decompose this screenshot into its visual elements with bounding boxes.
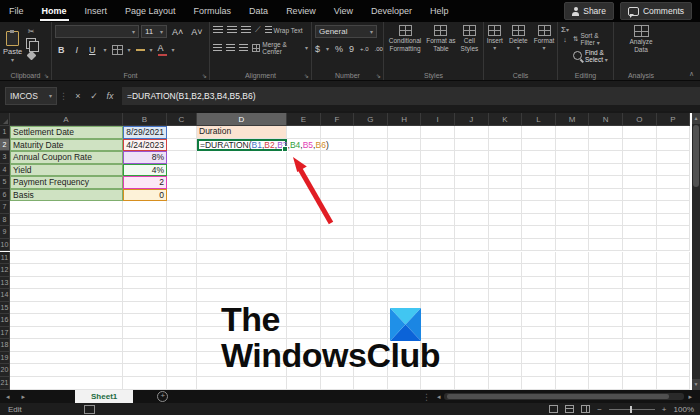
column-header-C[interactable]: C [167, 113, 197, 126]
ribbon-tab-help[interactable]: Help [421, 0, 458, 22]
number-format-combo[interactable]: General ▾ [315, 25, 377, 38]
align-top-button[interactable] [213, 26, 223, 34]
cell-M1[interactable] [556, 126, 590, 139]
cell-L15[interactable] [522, 302, 556, 315]
cell-K1[interactable] [489, 126, 523, 139]
cell-P5[interactable] [657, 176, 691, 189]
cell-I7[interactable] [421, 201, 455, 214]
cell-C6[interactable] [167, 189, 197, 202]
cell-M12[interactable] [556, 264, 590, 277]
cell-O6[interactable] [623, 189, 657, 202]
cell-P13[interactable] [657, 277, 691, 290]
increase-decimal-button[interactable]: +.0 [360, 46, 369, 52]
cell-O1[interactable] [623, 126, 657, 139]
column-header-H[interactable]: H [388, 113, 422, 126]
align-center-button[interactable] [226, 44, 235, 52]
cell-O15[interactable] [623, 302, 657, 315]
macro-record-icon[interactable] [84, 405, 95, 414]
analyze-data-button[interactable]: Analyze Data [629, 25, 652, 69]
cell-N12[interactable] [589, 264, 623, 277]
cell-N3[interactable] [589, 151, 623, 164]
cell-P18[interactable] [657, 339, 691, 352]
cell-M13[interactable] [556, 277, 590, 290]
cell-A2[interactable]: Maturity Date [10, 139, 123, 152]
cell-M10[interactable] [556, 239, 590, 252]
cell-J1[interactable] [455, 126, 489, 139]
cell-L10[interactable] [522, 239, 556, 252]
cell-P1[interactable] [657, 126, 691, 139]
cell-A16[interactable] [10, 314, 123, 327]
cell-O18[interactable] [623, 339, 657, 352]
cell-J16[interactable] [455, 314, 489, 327]
cell-K5[interactable] [489, 176, 523, 189]
comma-style-button[interactable]: 9 [349, 44, 354, 54]
cell-P4[interactable] [657, 164, 691, 177]
sort-filter-button[interactable]: ⇅ Sort & Filter ▾ [573, 32, 608, 46]
clipboard-dialog-launcher-icon[interactable]: ⇘ [44, 73, 49, 79]
cell-A14[interactable] [10, 289, 123, 302]
cell-A12[interactable] [10, 264, 123, 277]
autosum-button[interactable]: Σ▾ [561, 25, 569, 34]
cell-B6[interactable]: 0 [123, 189, 167, 202]
cell-C19[interactable] [167, 352, 197, 365]
cell-D1[interactable]: Duration [197, 126, 287, 139]
row-header-20[interactable]: 20 [0, 364, 10, 377]
cell-B14[interactable] [123, 289, 167, 302]
cell-C11[interactable] [167, 252, 197, 265]
cell-N19[interactable] [589, 352, 623, 365]
cell-B2[interactable]: 4/24/2023 [123, 139, 167, 152]
cell-M17[interactable] [556, 327, 590, 340]
cell-N7[interactable] [589, 201, 623, 214]
cell-C13[interactable] [167, 277, 197, 290]
cell-K9[interactable] [489, 226, 523, 239]
cell-I5[interactable] [421, 176, 455, 189]
italic-button[interactable]: I [73, 45, 82, 55]
cell-J9[interactable] [455, 226, 489, 239]
cell-N17[interactable] [589, 327, 623, 340]
cell-L20[interactable] [522, 364, 556, 377]
cell-C8[interactable] [167, 214, 197, 227]
cell-L9[interactable] [522, 226, 556, 239]
cell-G1[interactable] [354, 126, 388, 139]
cell-K20[interactable] [489, 364, 523, 377]
cell-K6[interactable] [489, 189, 523, 202]
cell-K21[interactable] [489, 377, 523, 390]
cell-I1[interactable] [421, 126, 455, 139]
cell-B10[interactable] [123, 239, 167, 252]
cell-H4[interactable] [388, 164, 422, 177]
cell-M7[interactable] [556, 201, 590, 214]
cell-A10[interactable] [10, 239, 123, 252]
cell-E13[interactable] [287, 277, 321, 290]
cell-N11[interactable] [589, 252, 623, 265]
cell-J4[interactable] [455, 164, 489, 177]
cell-D11[interactable] [197, 252, 287, 265]
cell-J8[interactable] [455, 214, 489, 227]
cell-N1[interactable] [589, 126, 623, 139]
cell-C9[interactable] [167, 226, 197, 239]
column-header-A[interactable]: A [10, 113, 123, 126]
cell-P2[interactable] [657, 139, 691, 152]
name-box[interactable]: IMCOS ▾ [5, 87, 57, 105]
cell-N10[interactable] [589, 239, 623, 252]
cell-M2[interactable] [556, 139, 590, 152]
cell-P12[interactable] [657, 264, 691, 277]
cell-E21[interactable] [287, 377, 321, 390]
cell-B4[interactable]: 4% [123, 164, 167, 177]
confirm-entry-button[interactable]: ✓ [86, 91, 102, 101]
cell-L14[interactable] [522, 289, 556, 302]
cell-A3[interactable]: Annual Coupon Rate [10, 151, 123, 164]
cell-J5[interactable] [455, 176, 489, 189]
cell-J18[interactable] [455, 339, 489, 352]
cell-O11[interactable] [623, 252, 657, 265]
cell-styles-button[interactable]: Cell Styles [461, 25, 479, 69]
cell-J7[interactable] [455, 201, 489, 214]
cell-P9[interactable] [657, 226, 691, 239]
cell-G14[interactable] [354, 289, 388, 302]
cell-N13[interactable] [589, 277, 623, 290]
cell-H3[interactable] [388, 151, 422, 164]
cell-M18[interactable] [556, 339, 590, 352]
cell-L11[interactable] [522, 252, 556, 265]
cell-K19[interactable] [489, 352, 523, 365]
cell-B13[interactable] [123, 277, 167, 290]
cell-M8[interactable] [556, 214, 590, 227]
